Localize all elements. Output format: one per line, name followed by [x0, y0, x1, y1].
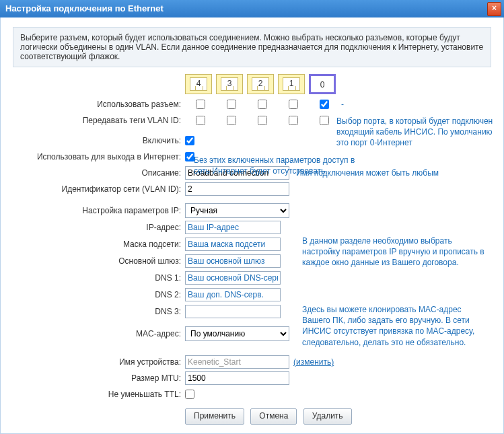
vlan-tag-2-checkbox[interactable]: [258, 116, 267, 125]
port-0[interactable]: 0: [309, 74, 336, 94]
change-link[interactable]: (изменить): [293, 357, 334, 367]
ip-addr-input[interactable]: [185, 221, 281, 234]
use-internet-checkbox[interactable]: [185, 152, 194, 161]
label-dns2: DNS 2:: [13, 290, 185, 299]
row-dns2: DNS 2:: [13, 287, 491, 302]
use-port-4-checkbox[interactable]: [196, 100, 205, 109]
label-ttl: Не уменьшать TTL:: [13, 390, 185, 399]
label-device-name: Имя устройства:: [13, 357, 185, 367]
enable-checkbox[interactable]: [185, 136, 194, 145]
mac-select[interactable]: По умолчанию: [185, 326, 289, 341]
port-2[interactable]: 2: [247, 74, 274, 94]
row-ip-mode: Настройка параметров IP: Ручная: [13, 203, 491, 218]
use-port-0-checkbox[interactable]: [320, 100, 329, 109]
device-name-input: [185, 355, 289, 369]
vlan-id-input[interactable]: [185, 182, 289, 196]
mask-input[interactable]: [185, 238, 281, 251]
port-select-note: Выбор порта, в который будет подключен в…: [336, 116, 504, 149]
label-dns3: DNS 3:: [13, 307, 185, 316]
vlan-tag-4-checkbox[interactable]: [196, 116, 205, 125]
label-mac: MAC-адрес:: [13, 329, 185, 338]
label-enable: Включить:: [13, 136, 185, 145]
label-vlan-tags: Передавать теги VLAN ID:: [13, 116, 185, 125]
row-dns1: DNS 1:: [13, 270, 491, 285]
dns2-input[interactable]: [185, 288, 281, 301]
label-gateway: Основной шлюз:: [13, 256, 185, 266]
label-vlan-id: Идентификатор сети (VLAN ID):: [13, 184, 185, 194]
row-ttl: Не уменьшать TTL:: [13, 387, 491, 402]
port-4[interactable]: 4: [185, 74, 212, 94]
delete-button[interactable]: Удалить: [303, 408, 352, 425]
form: Использовать разъем: - Выбор порта, в ко…: [13, 97, 491, 425]
row-device-name: Имя устройства: (изменить): [13, 355, 491, 369]
ttl-checkbox[interactable]: [185, 390, 194, 399]
label-mask: Маска подсети:: [13, 240, 185, 249]
window-title: Настройка подключения по Ethernet: [5, 3, 164, 13]
mac-block-note: Здесь вы можете клонировать MAC-адрес Ва…: [302, 304, 491, 348]
label-description: Описание:: [13, 168, 185, 178]
apply-button[interactable]: Применить: [185, 408, 244, 425]
ip-block-note: В данном разделе необходимо выбрать наст…: [302, 236, 491, 268]
port-3[interactable]: 3: [216, 74, 243, 94]
gateway-input[interactable]: [185, 254, 281, 268]
button-bar: Применить Отмена Удалить: [185, 408, 491, 425]
row-use-port: Использовать разъем: - Выбор порта, в ко…: [13, 97, 491, 112]
label-ip-mode: Настройка параметров IP:: [13, 206, 185, 215]
label-dns1: DNS 1:: [13, 273, 185, 283]
cell-use-port: -: [185, 100, 345, 109]
close-button[interactable]: ×: [487, 2, 501, 16]
label-use-internet: Использовать для выхода в Интернет:: [13, 152, 185, 161]
vlan-tag-1-checkbox[interactable]: [289, 116, 298, 125]
dialog-window: Настройка подключения по Ethernet × Выбе…: [0, 0, 504, 434]
dns3-input[interactable]: [185, 305, 281, 318]
use-port-2-checkbox[interactable]: [258, 100, 267, 109]
use-port-1-checkbox[interactable]: [289, 100, 298, 109]
row-vlan-id: Идентификатор сети (VLAN ID):: [13, 182, 491, 196]
label-ip-addr: IP-адрес:: [13, 223, 185, 232]
row-mtu: Размер MTU:: [13, 371, 491, 386]
ip-mode-select[interactable]: Ручная: [185, 203, 289, 218]
enable-note: Без этих включенных параметров доступ в …: [194, 155, 369, 176]
label-use-port: Использовать разъем:: [13, 100, 185, 109]
titlebar: Настройка подключения по Ethernet ×: [0, 0, 504, 17]
intro-text: Выберите разъем, который будет использов…: [13, 27, 491, 67]
use-port-3-checkbox[interactable]: [227, 100, 236, 109]
cell-vlan-tags: [185, 116, 340, 125]
vlan-tag-3-checkbox[interactable]: [227, 116, 236, 125]
label-mtu: Размер MTU:: [13, 373, 185, 383]
dns1-input[interactable]: [185, 271, 281, 285]
vlan-tag-0-checkbox[interactable]: [320, 116, 329, 125]
dialog-body: Выберите разъем, который будет использов…: [0, 17, 504, 434]
mtu-input[interactable]: [185, 371, 289, 385]
cancel-button[interactable]: Отмена: [250, 408, 297, 425]
row-ip-addr: IP-адрес:: [13, 220, 491, 235]
ports-row: 4 3 2 1 0: [185, 74, 491, 94]
port-1[interactable]: 1: [278, 74, 305, 94]
